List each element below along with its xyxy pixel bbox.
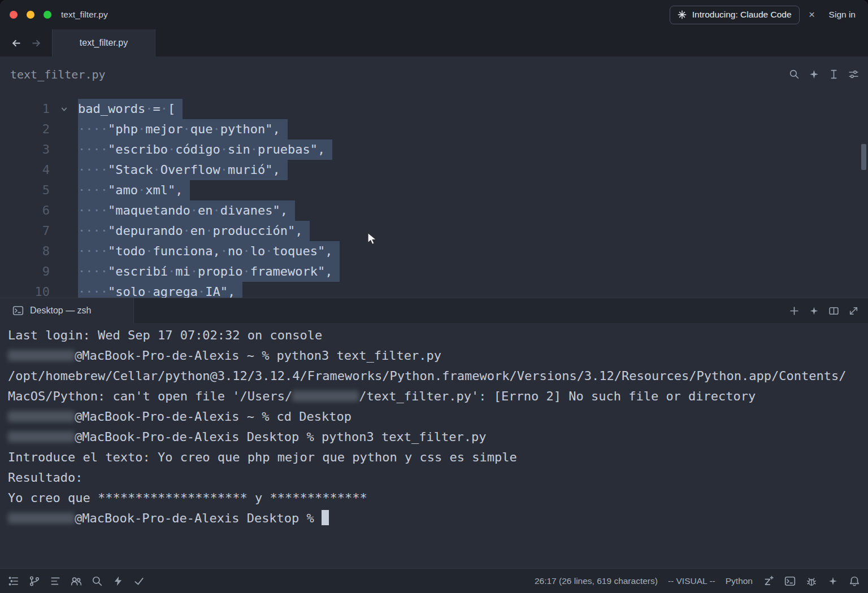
terminal-tab-label: Desktop — zsh (30, 306, 91, 316)
code-editor[interactable]: 1bad_words·=·[2····"php·mejor·que·python… (0, 92, 868, 298)
project-panel-icon[interactable] (8, 575, 19, 587)
terminal-text: @MacBook-Pro-de-Alexis ~ % cd Desktop (75, 409, 351, 424)
navigate-back-icon[interactable] (10, 37, 21, 49)
language-selector[interactable]: Python (726, 576, 753, 586)
code-line[interactable]: 1bad_words·=·[ (0, 99, 868, 119)
breadcrumb[interactable]: text_filter.py (0, 68, 106, 81)
outline-icon[interactable] (50, 575, 61, 587)
terminal-text: @MacBook-Pro-de-Alexis Desktop % (75, 511, 322, 525)
navigate-forward-icon[interactable] (31, 37, 42, 49)
vim-mode-indicator: -- VISUAL -- (668, 576, 715, 586)
zed-assistant-icon[interactable] (763, 575, 774, 587)
terminal-text: @MacBook-Pro-de-Alexis ~ % python3 text_… (75, 348, 441, 363)
collaboration-icon[interactable] (71, 575, 82, 587)
claude-sparkle-icon (678, 10, 687, 19)
terminal-line: Resultado: (8, 468, 860, 488)
new-terminal-plus-icon[interactable] (788, 305, 800, 316)
editor-controls-icon[interactable] (848, 69, 859, 80)
terminal-text: @MacBook-Pro-de-Alexis Desktop % python3… (75, 430, 486, 444)
code-text: ····"depurando·en·producción", (78, 221, 310, 241)
terminal-line: MacOS/Python: can't open file '/Users//t… (8, 386, 860, 407)
search-icon[interactable] (788, 69, 800, 80)
cursor-position[interactable]: 26:17 (26 lines, 619 characters) (535, 576, 658, 586)
redacted-username (8, 411, 75, 422)
code-text: ····"todo·funciona,·no·lo·toques", (78, 241, 340, 261)
terminal-icon (12, 305, 24, 316)
code-text: ····"amo·xml", (78, 180, 190, 200)
traffic-lights (0, 11, 51, 19)
sparkle-icon[interactable] (827, 575, 839, 587)
fold-chevron-icon[interactable] (50, 99, 78, 119)
terminal-text: Resultado: (8, 470, 83, 485)
tab-text-filter-py[interactable]: text_filter.py (52, 29, 155, 56)
text-cursor-icon[interactable] (828, 69, 839, 80)
assist-sparkle-icon[interactable] (808, 305, 819, 316)
line-number: 8 (0, 241, 50, 261)
code-text: ····"escribí·mi·propio·framework", (78, 261, 340, 282)
code-line[interactable]: 4····"Stack·Overflow·murió", (0, 160, 868, 180)
code-text: ····"escribo·código·sin·pruebas", (78, 139, 332, 160)
fold-spacer (50, 261, 78, 282)
fold-spacer (50, 139, 78, 160)
editor-toolbar: text_filter.py (0, 56, 868, 92)
inline-assist-icon[interactable] (808, 69, 819, 80)
zoom-window-button[interactable] (44, 11, 51, 19)
minimize-window-button[interactable] (27, 11, 34, 19)
split-pane-icon[interactable] (828, 305, 839, 316)
performance-lightning-icon[interactable] (112, 575, 124, 587)
terminal-line: @MacBook-Pro-de-Alexis ~ % cd Desktop (8, 407, 860, 427)
line-number: 7 (0, 221, 50, 241)
terminal-line: Yo creo que ******************** y *****… (8, 488, 860, 508)
code-line[interactable]: 10····"solo·agrega·IA", (0, 282, 868, 298)
terminal-toggle-icon[interactable] (784, 575, 796, 587)
redacted-username (8, 350, 75, 361)
code-text: bad_words·=·[ (78, 99, 183, 119)
banner-close-button[interactable]: × (804, 7, 820, 23)
notifications-bell-icon[interactable] (849, 575, 860, 587)
line-number: 9 (0, 261, 50, 282)
app-window: text_filter.py Introducing: Claude Code … (0, 0, 868, 593)
code-line[interactable]: 2····"php·mejor·que·python", (0, 119, 868, 139)
fold-spacer (50, 241, 78, 261)
code-line[interactable]: 8····"todo·funciona,·no·lo·toques", (0, 241, 868, 261)
editor-scrollbar-thumb[interactable] (861, 144, 866, 170)
expand-terminal-icon[interactable] (848, 305, 859, 316)
code-line[interactable]: 5····"amo·xml", (0, 180, 868, 200)
code-line[interactable]: 9····"escribí·mi·propio·framework", (0, 261, 868, 282)
search-status-icon[interactable] (92, 575, 103, 587)
line-number: 1 (0, 99, 50, 119)
line-number: 4 (0, 160, 50, 180)
line-number: 5 (0, 180, 50, 200)
fold-spacer (50, 119, 78, 139)
terminal-line: @MacBook-Pro-de-Alexis Desktop % (8, 508, 860, 529)
code-line[interactable]: 3····"escribo·código·sin·pruebas", (0, 139, 868, 160)
terminal-text: MacOS/Python: can't open file '/Users/ (8, 389, 292, 403)
titlebar: text_filter.py Introducing: Claude Code … (0, 0, 868, 29)
terminal-panel: Desktop — zsh Last login: Wed Sep 17 07:… (0, 298, 868, 568)
terminal-text: Introduce el texto: Yo creo que php mejo… (8, 450, 517, 464)
debug-bug-icon[interactable] (806, 575, 817, 587)
terminal-output[interactable]: Last login: Wed Sep 17 07:02:32 on conso… (0, 323, 868, 568)
terminal-line: @MacBook-Pro-de-Alexis ~ % python3 text_… (8, 346, 860, 366)
claude-code-banner[interactable]: Introducing: Claude Code (670, 6, 800, 24)
terminal-text: /text_filter.py': [Errno 2] No such file… (359, 389, 756, 403)
code-text: ····"solo·agrega·IA", (78, 282, 242, 298)
banner-label: Introducing: Claude Code (692, 10, 792, 20)
terminal-line: @MacBook-Pro-de-Alexis Desktop % python3… (8, 427, 860, 447)
code-line[interactable]: 6····"maquetando·en·divanes", (0, 200, 868, 221)
tab-label: text_filter.py (80, 38, 128, 48)
line-number: 2 (0, 119, 50, 139)
terminal-line: Last login: Wed Sep 17 07:02:32 on conso… (8, 325, 860, 346)
terminal-line: /opt/homebrew/Cellar/python@3.12/3.12.4/… (8, 366, 860, 386)
code-lines: 1bad_words·=·[2····"php·mejor·que·python… (0, 99, 868, 298)
diagnostics-check-icon[interactable] (133, 575, 145, 587)
fold-spacer (50, 160, 78, 180)
terminal-tab[interactable]: Desktop — zsh (0, 298, 134, 323)
fold-spacer (50, 221, 78, 241)
tab-bar: text_filter.py (0, 29, 868, 56)
line-number: 10 (0, 282, 50, 298)
close-window-button[interactable] (10, 11, 18, 19)
code-line[interactable]: 7····"depurando·en·producción", (0, 221, 868, 241)
git-branch-icon[interactable] (29, 575, 40, 587)
sign-in-button[interactable]: Sign in (824, 10, 860, 20)
